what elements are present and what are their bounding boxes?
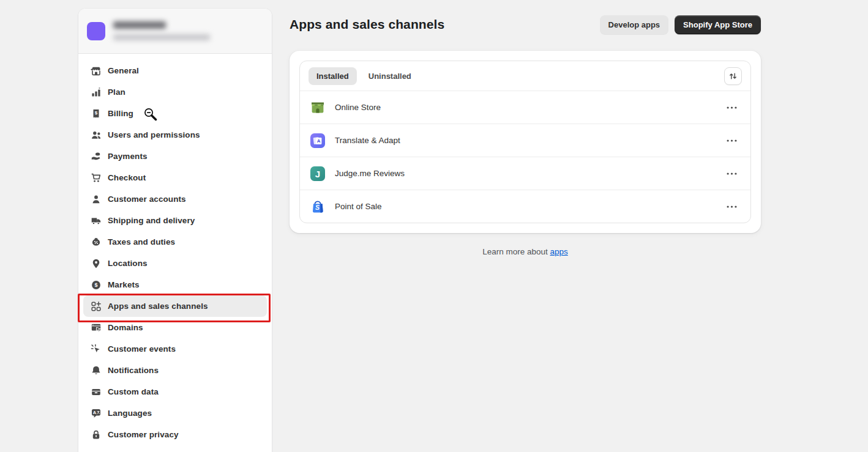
users-icon xyxy=(91,130,102,141)
judgeme-app-icon xyxy=(310,166,326,182)
sort-arrows-icon xyxy=(728,72,738,81)
ellipsis-icon xyxy=(727,106,737,109)
apps-list: Online Store Translate & Adapt Judge.me … xyxy=(300,91,750,223)
languages-icon xyxy=(91,408,102,419)
sidebar-item-plan[interactable]: Plan xyxy=(83,81,267,103)
store-avatar xyxy=(87,22,105,40)
translate-adapt-app-icon xyxy=(310,133,326,149)
app-name: Translate & Adapt xyxy=(335,136,400,145)
page-title: Apps and sales channels xyxy=(290,17,444,32)
sidebar-item-label: Payments xyxy=(108,152,148,161)
sidebar-item-label: General xyxy=(108,66,139,75)
sidebar-item-label: Markets xyxy=(108,280,140,289)
cart-icon xyxy=(91,172,102,183)
sidebar-item-label: Domains xyxy=(108,323,143,332)
sidebar-item-billing[interactable]: Billing xyxy=(83,103,267,124)
sidebar-item-users-and-permissions[interactable]: Users and permissions xyxy=(83,124,267,146)
store-header xyxy=(78,9,272,54)
sidebar-item-label: Plan xyxy=(108,87,125,97)
sidebar-item-checkout[interactable]: Checkout xyxy=(83,167,267,188)
plan-icon xyxy=(91,87,102,98)
row-actions-button[interactable] xyxy=(722,165,741,182)
sidebar-item-label: Customer events xyxy=(108,344,176,354)
sidebar-item-label: Billing xyxy=(108,109,133,118)
apps-tabs: Installed Uninstalled xyxy=(300,61,750,91)
store-name-redacted xyxy=(113,21,166,29)
app-name: Judge.me Reviews xyxy=(335,169,405,178)
sidebar-item-general[interactable]: General xyxy=(83,60,267,81)
tab-uninstalled[interactable]: Uninstalled xyxy=(361,67,419,85)
ellipsis-icon xyxy=(727,206,737,208)
sidebar-item-label: Checkout xyxy=(108,173,146,182)
sidebar-item-label: Customer accounts xyxy=(108,195,186,204)
sidebar-item-label: Customer privacy xyxy=(108,430,179,439)
ellipsis-icon xyxy=(727,139,737,142)
truck-icon xyxy=(91,215,102,226)
sidebar-item-notifications[interactable]: Notifications xyxy=(83,360,267,381)
sidebar-item-label: Notifications xyxy=(108,366,159,375)
store-email-redacted xyxy=(113,34,210,40)
page-header: Apps and sales channels Develop apps Sho… xyxy=(290,11,761,38)
sidebar-nav: General Plan Billing Users and permissio… xyxy=(78,54,272,445)
sidebar-item-markets[interactable]: Markets xyxy=(83,274,267,295)
sidebar-item-taxes-and-duties[interactable]: Taxes and duties xyxy=(83,231,267,253)
sidebar-item-payments[interactable]: Payments xyxy=(83,146,267,167)
app-name: Online Store xyxy=(335,103,381,112)
person-icon xyxy=(91,194,102,205)
sidebar-item-locations[interactable]: Locations xyxy=(83,253,267,274)
store-icon xyxy=(91,65,102,76)
learn-more-text: Learn more about xyxy=(482,247,550,256)
sidebar-item-label: Languages xyxy=(108,409,152,418)
develop-apps-button[interactable]: Develop apps xyxy=(600,15,669,34)
ellipsis-icon xyxy=(727,172,737,175)
sidebar-item-label: Apps and sales channels xyxy=(108,302,208,311)
row-actions-button[interactable] xyxy=(722,99,741,116)
apps-card: Installed Uninstalled Online Store Trans… xyxy=(290,51,761,233)
app-row-online-store[interactable]: Online Store xyxy=(300,91,750,124)
sidebar-item-customer-accounts[interactable]: Customer accounts xyxy=(83,188,267,210)
sidebar-item-shipping-and-delivery[interactable]: Shipping and delivery xyxy=(83,210,267,231)
online-store-app-icon xyxy=(310,100,326,116)
tab-installed[interactable]: Installed xyxy=(309,67,357,85)
payments-icon xyxy=(91,151,102,162)
sidebar-item-custom-data[interactable]: Custom data xyxy=(83,381,267,402)
sidebar-item-domains[interactable]: Domains xyxy=(83,317,267,338)
shopify-app-store-button[interactable]: Shopify App Store xyxy=(675,15,761,34)
apps-link[interactable]: apps xyxy=(550,247,568,256)
events-icon xyxy=(91,344,102,355)
sort-button[interactable] xyxy=(724,67,742,85)
sidebar-item-label: Custom data xyxy=(108,387,159,396)
sidebar-item-customer-events[interactable]: Customer events xyxy=(83,338,267,360)
learn-more-note: Learn more about apps xyxy=(290,247,761,256)
row-actions-button[interactable] xyxy=(722,132,741,149)
app-name: Point of Sale xyxy=(335,202,382,211)
sidebar-item-customer-privacy[interactable]: Customer privacy xyxy=(83,424,267,445)
sidebar-item-label: Taxes and duties xyxy=(108,237,175,246)
apps-inner-card: Installed Uninstalled Online Store Trans… xyxy=(299,61,751,223)
app-row-translate-adapt[interactable]: Translate & Adapt xyxy=(300,124,750,157)
billing-icon xyxy=(91,108,102,119)
tax-icon xyxy=(91,237,102,248)
sidebar-item-label: Users and permissions xyxy=(108,130,200,139)
apps-icon xyxy=(91,301,102,312)
app-row-point-of-sale[interactable]: Point of Sale xyxy=(300,190,750,223)
sidebar-item-label: Locations xyxy=(108,259,148,268)
pin-icon xyxy=(91,258,102,269)
sidebar-item-apps-and-sales-channels[interactable]: Apps and sales channels xyxy=(83,295,267,317)
data-icon xyxy=(91,387,102,398)
bell-icon xyxy=(91,365,102,376)
domains-icon xyxy=(91,322,102,333)
globe-icon xyxy=(91,280,102,291)
sidebar-item-label: Shipping and delivery xyxy=(108,216,195,225)
lock-icon xyxy=(91,429,102,440)
sidebar-item-languages[interactable]: Languages xyxy=(83,402,267,424)
app-row-judgeme-reviews[interactable]: Judge.me Reviews xyxy=(300,157,750,190)
zoom-out-cursor xyxy=(143,107,158,122)
point-of-sale-app-icon xyxy=(310,199,326,215)
row-actions-button[interactable] xyxy=(722,198,741,215)
settings-sidebar: General Plan Billing Users and permissio… xyxy=(78,9,272,452)
